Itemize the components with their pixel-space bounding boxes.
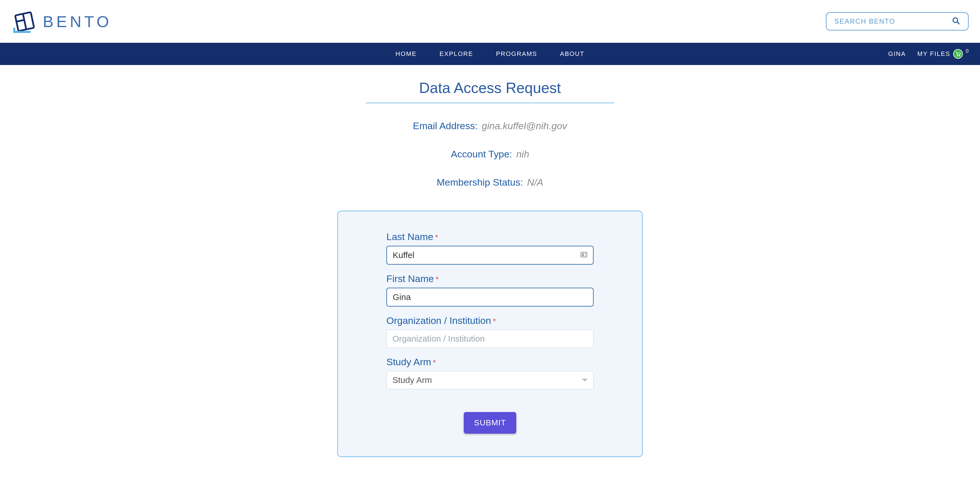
my-files-label: MY FILES	[917, 50, 950, 58]
last-name-label: Last Name*	[387, 231, 593, 243]
header-top: BENTO	[0, 0, 980, 43]
org-label-text: Organization / Institution	[387, 315, 491, 326]
required-star: *	[433, 358, 436, 367]
my-files[interactable]: MY FILES 0	[917, 49, 969, 59]
email-value: gina.kuffel@nih.gov	[482, 120, 567, 131]
first-name-group: First Name*	[387, 273, 593, 306]
org-group: Organization / Institution*	[387, 315, 593, 348]
first-name-label-text: First Name	[387, 273, 434, 284]
brand-text: BENTO	[43, 12, 112, 31]
bento-logo-icon	[11, 8, 37, 34]
last-name-group: Last Name*	[387, 231, 593, 265]
contact-card-icon	[580, 251, 588, 260]
study-arm-selected: Study Arm	[392, 375, 432, 385]
search-box[interactable]	[826, 12, 969, 30]
nav-right: GINA MY FILES 0	[888, 49, 969, 59]
chevron-down-icon	[582, 379, 588, 382]
svg-line-4	[957, 22, 959, 24]
account-type-label: Account Type:	[451, 149, 512, 159]
membership-value: N/A	[527, 177, 543, 188]
title-underline	[366, 103, 614, 103]
first-name-input[interactable]	[387, 288, 593, 306]
info-email: Email Address: gina.kuffel@nih.gov	[0, 120, 980, 132]
email-label: Email Address:	[413, 120, 478, 131]
study-arm-label-text: Study Arm	[387, 357, 431, 367]
last-name-input[interactable]	[387, 246, 593, 265]
last-name-label-text: Last Name	[387, 231, 433, 242]
submit-button[interactable]: SUBMIT	[464, 412, 516, 434]
cart-icon	[953, 49, 963, 59]
svg-point-5	[957, 56, 958, 56]
required-star: *	[435, 233, 438, 242]
info-account-type: Account Type: nih	[0, 149, 980, 160]
study-arm-select[interactable]: Study Arm	[387, 371, 593, 389]
svg-point-8	[582, 254, 584, 255]
first-name-label: First Name*	[387, 273, 593, 284]
svg-rect-7	[581, 252, 587, 257]
nav-about[interactable]: ABOUT	[560, 50, 584, 58]
svg-point-6	[959, 56, 960, 56]
cart-count: 0	[966, 48, 969, 54]
submit-wrap: SUBMIT	[387, 412, 593, 434]
svg-point-3	[953, 18, 958, 22]
svg-line-1	[23, 14, 26, 29]
svg-line-2	[17, 20, 24, 22]
study-arm-label: Study Arm*	[387, 357, 593, 368]
nav-center: HOME EXPLORE PROGRAMS ABOUT	[396, 50, 584, 58]
info-membership: Membership Status: N/A	[0, 177, 980, 188]
page-title: Data Access Request	[0, 79, 980, 97]
org-input[interactable]	[387, 330, 593, 348]
account-type-value: nih	[516, 149, 529, 159]
search-input[interactable]	[834, 17, 952, 25]
form-card: Last Name* First Name* Organization / In…	[337, 211, 643, 457]
nav-home[interactable]: HOME	[396, 50, 417, 58]
search-icon[interactable]	[952, 17, 960, 26]
required-star: *	[436, 275, 439, 284]
navbar: HOME EXPLORE PROGRAMS ABOUT GINA MY FILE…	[0, 43, 980, 65]
study-arm-group: Study Arm* Study Arm	[387, 357, 593, 389]
membership-label: Membership Status:	[437, 177, 523, 188]
nav-programs[interactable]: PROGRAMS	[496, 50, 537, 58]
logo[interactable]: BENTO	[11, 8, 112, 34]
required-star: *	[493, 317, 496, 325]
nav-explore[interactable]: EXPLORE	[439, 50, 473, 58]
nav-user[interactable]: GINA	[888, 50, 906, 58]
org-label: Organization / Institution*	[387, 315, 593, 326]
